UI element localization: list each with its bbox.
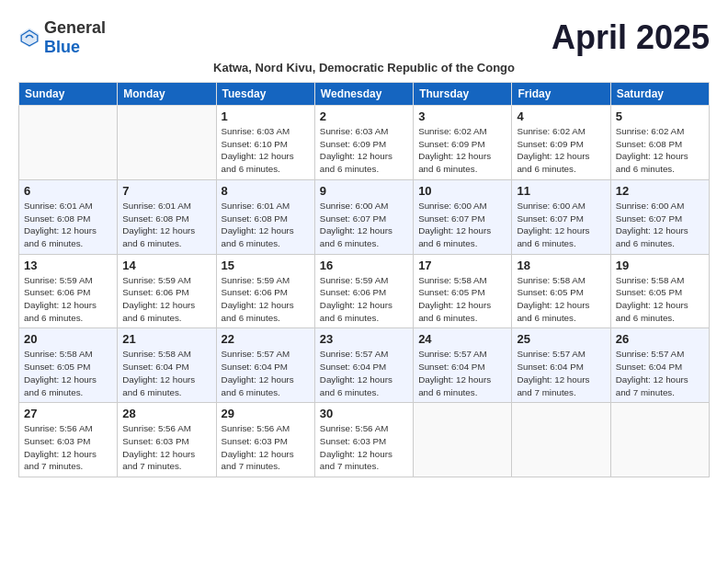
calendar-cell: 11Sunrise: 6:00 AM Sunset: 6:07 PM Dayli… bbox=[512, 179, 610, 254]
day-number: 13 bbox=[24, 259, 112, 272]
month-title: April 2025 bbox=[552, 18, 710, 57]
column-header-monday: Monday bbox=[118, 83, 216, 106]
day-number: 10 bbox=[418, 184, 506, 198]
day-number: 25 bbox=[517, 332, 605, 346]
calendar-cell: 2Sunrise: 6:03 AM Sunset: 6:09 PM Daylig… bbox=[314, 106, 413, 180]
column-header-thursday: Thursday bbox=[414, 83, 512, 106]
day-info: Sunrise: 5:56 AM Sunset: 6:03 PM Dayligh… bbox=[320, 422, 408, 473]
calendar-cell: 1Sunrise: 6:03 AM Sunset: 6:10 PM Daylig… bbox=[216, 106, 314, 180]
day-number: 26 bbox=[616, 332, 704, 346]
calendar-table: SundayMondayTuesdayWednesdayThursdayFrid… bbox=[18, 82, 710, 477]
column-header-saturday: Saturday bbox=[610, 83, 709, 106]
calendar-cell: 24Sunrise: 5:57 AM Sunset: 6:04 PM Dayli… bbox=[414, 328, 512, 403]
calendar-week-row: 20Sunrise: 5:58 AM Sunset: 6:05 PM Dayli… bbox=[19, 328, 710, 403]
calendar-cell: 15Sunrise: 5:59 AM Sunset: 6:06 PM Dayli… bbox=[216, 254, 314, 328]
logo-blue: Blue bbox=[44, 38, 80, 56]
day-info: Sunrise: 5:56 AM Sunset: 6:03 PM Dayligh… bbox=[24, 422, 112, 473]
day-info: Sunrise: 5:59 AM Sunset: 6:06 PM Dayligh… bbox=[320, 274, 408, 325]
logo-text: General Blue bbox=[44, 18, 106, 57]
day-info: Sunrise: 6:00 AM Sunset: 6:07 PM Dayligh… bbox=[616, 200, 704, 250]
logo-general: General bbox=[44, 18, 106, 37]
calendar-cell: 25Sunrise: 5:57 AM Sunset: 6:04 PM Dayli… bbox=[512, 328, 610, 403]
day-info: Sunrise: 5:59 AM Sunset: 6:06 PM Dayligh… bbox=[24, 274, 112, 325]
day-number: 20 bbox=[24, 332, 112, 346]
day-number: 16 bbox=[320, 259, 408, 272]
calendar-cell: 6Sunrise: 6:01 AM Sunset: 6:08 PM Daylig… bbox=[19, 179, 118, 254]
day-number: 7 bbox=[122, 184, 210, 198]
day-number: 12 bbox=[616, 184, 704, 198]
day-info: Sunrise: 6:02 AM Sunset: 6:08 PM Dayligh… bbox=[616, 125, 704, 176]
calendar-cell: 22Sunrise: 5:57 AM Sunset: 6:04 PM Dayli… bbox=[216, 328, 314, 403]
day-number: 5 bbox=[616, 109, 704, 123]
day-info: Sunrise: 5:57 AM Sunset: 6:04 PM Dayligh… bbox=[320, 348, 408, 398]
calendar-cell: 29Sunrise: 5:56 AM Sunset: 6:03 PM Dayli… bbox=[216, 403, 314, 477]
calendar-cell: 13Sunrise: 5:59 AM Sunset: 6:06 PM Dayli… bbox=[19, 254, 118, 328]
logo: General Blue bbox=[18, 18, 106, 57]
calendar-cell bbox=[19, 106, 118, 180]
calendar-cell bbox=[118, 106, 216, 180]
calendar-subtitle: Katwa, Nord Kivu, Democratic Republic of… bbox=[18, 61, 710, 75]
calendar-cell: 5Sunrise: 6:02 AM Sunset: 6:08 PM Daylig… bbox=[610, 106, 709, 180]
calendar-week-row: 1Sunrise: 6:03 AM Sunset: 6:10 PM Daylig… bbox=[19, 106, 710, 180]
day-info: Sunrise: 6:01 AM Sunset: 6:08 PM Dayligh… bbox=[222, 200, 310, 250]
calendar-cell: 19Sunrise: 5:58 AM Sunset: 6:05 PM Dayli… bbox=[610, 254, 709, 328]
day-number: 30 bbox=[320, 407, 408, 420]
calendar-cell: 16Sunrise: 5:59 AM Sunset: 6:06 PM Dayli… bbox=[314, 254, 413, 328]
day-info: Sunrise: 5:57 AM Sunset: 6:04 PM Dayligh… bbox=[616, 348, 704, 398]
calendar-cell: 12Sunrise: 6:00 AM Sunset: 6:07 PM Dayli… bbox=[610, 179, 709, 254]
day-info: Sunrise: 6:00 AM Sunset: 6:07 PM Dayligh… bbox=[320, 200, 408, 250]
page-header: General Blue April 2025 bbox=[18, 18, 710, 57]
calendar-cell: 7Sunrise: 6:01 AM Sunset: 6:08 PM Daylig… bbox=[118, 179, 216, 254]
calendar-cell: 20Sunrise: 5:58 AM Sunset: 6:05 PM Dayli… bbox=[19, 328, 118, 403]
day-info: Sunrise: 5:58 AM Sunset: 6:04 PM Dayligh… bbox=[122, 348, 210, 398]
day-info: Sunrise: 6:03 AM Sunset: 6:10 PM Dayligh… bbox=[222, 125, 310, 176]
day-info: Sunrise: 5:57 AM Sunset: 6:04 PM Dayligh… bbox=[517, 348, 605, 398]
column-header-sunday: Sunday bbox=[19, 83, 118, 106]
calendar-cell: 27Sunrise: 5:56 AM Sunset: 6:03 PM Dayli… bbox=[19, 403, 118, 477]
column-header-tuesday: Tuesday bbox=[216, 83, 314, 106]
calendar-cell: 17Sunrise: 5:58 AM Sunset: 6:05 PM Dayli… bbox=[414, 254, 512, 328]
day-info: Sunrise: 5:58 AM Sunset: 6:05 PM Dayligh… bbox=[418, 274, 506, 325]
day-number: 23 bbox=[320, 332, 408, 346]
day-info: Sunrise: 5:59 AM Sunset: 6:06 PM Dayligh… bbox=[122, 274, 210, 325]
calendar-cell bbox=[512, 403, 610, 477]
day-info: Sunrise: 5:58 AM Sunset: 6:05 PM Dayligh… bbox=[517, 274, 605, 325]
calendar-cell: 28Sunrise: 5:56 AM Sunset: 6:03 PM Dayli… bbox=[118, 403, 216, 477]
day-number: 8 bbox=[222, 184, 310, 198]
day-number: 24 bbox=[418, 332, 506, 346]
calendar-cell: 4Sunrise: 6:02 AM Sunset: 6:09 PM Daylig… bbox=[512, 106, 610, 180]
day-number: 14 bbox=[122, 259, 210, 272]
calendar-week-row: 6Sunrise: 6:01 AM Sunset: 6:08 PM Daylig… bbox=[19, 179, 710, 254]
day-number: 2 bbox=[320, 109, 408, 123]
day-number: 18 bbox=[517, 259, 605, 272]
calendar-cell: 21Sunrise: 5:58 AM Sunset: 6:04 PM Dayli… bbox=[118, 328, 216, 403]
calendar-cell: 26Sunrise: 5:57 AM Sunset: 6:04 PM Dayli… bbox=[610, 328, 709, 403]
day-info: Sunrise: 5:58 AM Sunset: 6:05 PM Dayligh… bbox=[24, 348, 112, 398]
day-info: Sunrise: 6:02 AM Sunset: 6:09 PM Dayligh… bbox=[517, 125, 605, 176]
calendar-header-row: SundayMondayTuesdayWednesdayThursdayFrid… bbox=[19, 83, 710, 106]
calendar-cell: 30Sunrise: 5:56 AM Sunset: 6:03 PM Dayli… bbox=[314, 403, 413, 477]
day-number: 4 bbox=[517, 109, 605, 123]
calendar-cell: 8Sunrise: 6:01 AM Sunset: 6:08 PM Daylig… bbox=[216, 179, 314, 254]
day-number: 19 bbox=[616, 259, 704, 272]
calendar-cell bbox=[610, 403, 709, 477]
calendar-cell: 18Sunrise: 5:58 AM Sunset: 6:05 PM Dayli… bbox=[512, 254, 610, 328]
calendar-cell bbox=[414, 403, 512, 477]
day-info: Sunrise: 6:00 AM Sunset: 6:07 PM Dayligh… bbox=[517, 200, 605, 250]
day-info: Sunrise: 6:02 AM Sunset: 6:09 PM Dayligh… bbox=[418, 125, 506, 176]
day-info: Sunrise: 5:58 AM Sunset: 6:05 PM Dayligh… bbox=[616, 274, 704, 325]
day-number: 17 bbox=[418, 259, 506, 272]
day-number: 27 bbox=[24, 407, 112, 420]
day-number: 1 bbox=[222, 109, 310, 123]
calendar-cell: 10Sunrise: 6:00 AM Sunset: 6:07 PM Dayli… bbox=[414, 179, 512, 254]
day-info: Sunrise: 5:59 AM Sunset: 6:06 PM Dayligh… bbox=[222, 274, 310, 325]
day-number: 9 bbox=[320, 184, 408, 198]
column-header-wednesday: Wednesday bbox=[314, 83, 413, 106]
day-number: 28 bbox=[122, 407, 210, 420]
day-number: 15 bbox=[222, 259, 310, 272]
column-header-friday: Friday bbox=[512, 83, 610, 106]
day-number: 3 bbox=[418, 109, 506, 123]
calendar-week-row: 27Sunrise: 5:56 AM Sunset: 6:03 PM Dayli… bbox=[19, 403, 710, 477]
day-info: Sunrise: 6:01 AM Sunset: 6:08 PM Dayligh… bbox=[122, 200, 210, 250]
svg-marker-0 bbox=[20, 29, 40, 48]
